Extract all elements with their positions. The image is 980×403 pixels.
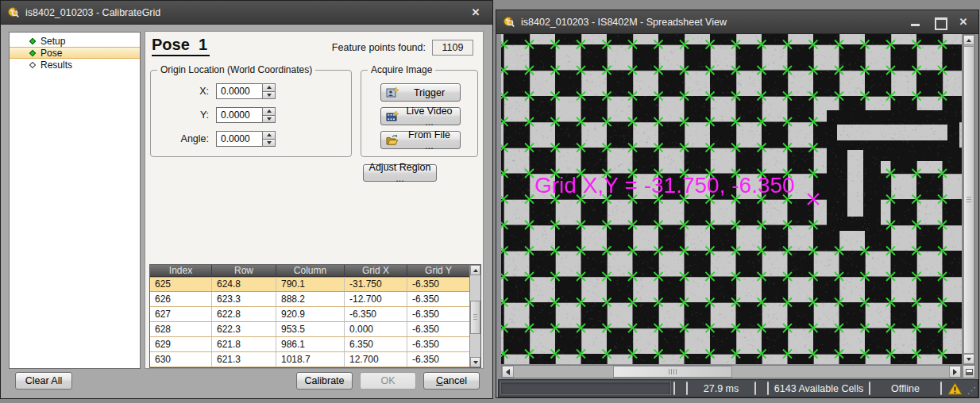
tree-item-setup[interactable]: Setup [10, 35, 140, 47]
x-spinner [262, 83, 276, 99]
status-indicator-cell [757, 380, 766, 397]
column-header-row: Row [212, 265, 276, 276]
ok-label: OK [380, 375, 395, 386]
scroll-thumb[interactable] [963, 46, 974, 354]
cell-grid-y: -6.350 [407, 337, 469, 351]
trigger-button[interactable]: Trigger [380, 83, 461, 102]
status-bar: 27.9 ms 6143 Available Cells Offline ⋰ [498, 379, 978, 397]
trigger-label: Trigger [403, 87, 455, 98]
column-header-column: Column [276, 265, 345, 276]
scroll-down-icon[interactable] [963, 354, 974, 364]
cell-column: 986.1 [276, 337, 345, 351]
cell-row: 623.3 [212, 292, 276, 306]
cancel-button[interactable]: Cancel [423, 372, 480, 390]
table-row[interactable]: 630 621.3 1018.7 12.700 -6.350 [150, 352, 469, 367]
tree-item-results[interactable]: Results [10, 59, 140, 71]
scroll-right-icon[interactable] [949, 366, 961, 378]
calibrate-button[interactable]: Calibrate [296, 372, 353, 390]
scroll-thumb[interactable] [613, 366, 732, 378]
live-video-icon [386, 110, 399, 122]
adjust-region-button[interactable]: Adjust Region ... [363, 164, 437, 182]
cell-grid-x: -12.700 [345, 292, 407, 306]
table-row[interactable]: 626 623.3 888.2 -12.700 -6.350 [150, 292, 469, 307]
cell-grid-y: -6.350 [407, 352, 469, 367]
live-video-button[interactable]: Live Video ... [380, 107, 461, 125]
cell-index: 625 [150, 277, 212, 291]
spin-up-icon[interactable] [262, 131, 276, 140]
close-icon[interactable]: ✕ [465, 6, 486, 18]
window-title: is8402_010203 - IS8402M - Spreadsheet Vi… [521, 17, 727, 28]
status-separator [686, 382, 688, 395]
status-indicator-cell [676, 380, 685, 397]
warning-indicator[interactable] [943, 380, 966, 397]
pose-panel: Pose 1 Feature points found: 1109 Origin… [145, 31, 484, 369]
table-row[interactable]: 628 622.3 953.5 0.000 -6.350 [150, 322, 469, 337]
spin-up-icon[interactable] [262, 107, 276, 116]
tree-item-pose[interactable]: Pose [10, 47, 140, 59]
fit-image-icon [966, 369, 973, 375]
scroll-corner-button[interactable] [963, 365, 975, 378]
scroll-up-icon[interactable] [470, 265, 480, 275]
maximize-icon[interactable] [934, 17, 945, 27]
camera-image[interactable] [501, 34, 962, 364]
feature-points-row: Feature points found: 1109 [332, 40, 473, 56]
scroll-thumb[interactable] [470, 301, 480, 334]
table-row[interactable]: 629 621.8 986.1 6.350 -6.350 [150, 337, 469, 352]
cell-grid-y: -6.350 [407, 292, 469, 306]
clear-all-button[interactable]: Clear All [15, 372, 72, 390]
cell-column: 1018.7 [276, 352, 345, 367]
cell-row: 621.3 [212, 352, 276, 367]
spin-up-icon[interactable] [262, 83, 276, 92]
table-scrollbar[interactable] [469, 265, 480, 367]
angle-input[interactable] [216, 131, 262, 147]
x-input[interactable] [216, 83, 262, 99]
page-title: Pose 1 [152, 36, 210, 56]
window-controls: ✕ [910, 17, 972, 27]
desktop: is8402_010203 - CalibrateGrid ✕ Setup Po… [0, 0, 980, 403]
feature-point-table: Index Row Column Grid X Grid Y 625 624.8… [149, 264, 481, 368]
spin-down-icon[interactable] [262, 140, 276, 148]
feature-points-label: Feature points found: [332, 42, 426, 53]
table-body: Index Row Column Grid X Grid Y 625 624.8… [150, 265, 469, 367]
cell-row: 622.3 [212, 322, 276, 336]
cell-column: 920.9 [276, 307, 345, 321]
spin-down-icon[interactable] [262, 92, 276, 100]
adjust-region-label: Adjust Region ... [364, 162, 436, 184]
acquire-image-group: Acquire Image Trigger [361, 70, 478, 157]
step-pending-icon [29, 61, 36, 67]
cell-grid-x: 0.000 [345, 322, 407, 336]
spreadsheet-view-titlebar[interactable]: is8402_010203 - IS8402M - Spreadsheet Vi… [496, 10, 978, 34]
calibrate-label: Calibrate [304, 375, 344, 386]
spreadsheet-view-window: is8402_010203 - IS8402M - Spreadsheet Vi… [496, 10, 979, 398]
calibrate-grid-titlebar[interactable]: is8402_010203 - CalibrateGrid ✕ [1, 1, 492, 25]
warning-icon [947, 382, 963, 395]
available-cells: 6143 Available Cells [770, 380, 868, 397]
minimize-icon[interactable] [910, 17, 921, 27]
connection-status: Offline [871, 380, 939, 397]
column-header-grid-x: Grid X [345, 265, 407, 276]
table-header-row: Index Row Column Grid X Grid Y [150, 265, 469, 277]
cell-index: 628 [150, 322, 212, 336]
scroll-down-icon[interactable] [470, 357, 480, 367]
cell-grid-x: 12.700 [345, 352, 407, 367]
from-file-button[interactable]: From File ... [380, 131, 461, 149]
status-separator [940, 382, 942, 395]
step-complete-icon [29, 37, 36, 44]
y-input[interactable] [216, 107, 262, 123]
status-separator [673, 382, 675, 395]
horizontal-scrollbar[interactable] [501, 365, 962, 378]
ok-button[interactable]: OK [360, 372, 416, 390]
tree-item-label: Setup [41, 36, 65, 47]
tree-item-label: Results [41, 59, 72, 71]
vertical-scrollbar[interactable] [963, 34, 975, 365]
spin-down-icon[interactable] [262, 116, 276, 124]
origin-group-title: Origin Location (World Coordinates) [157, 64, 315, 75]
resize-grip[interactable]: ⋰ [966, 380, 978, 397]
table-row[interactable]: 625 624.8 790.1 -31.750 -6.350 [150, 277, 469, 292]
close-icon[interactable]: ✕ [958, 17, 969, 27]
from-file-label: From File ... [403, 129, 455, 152]
cell-row: 624.8 [212, 277, 276, 291]
scroll-left-icon[interactable] [502, 366, 514, 378]
table-row[interactable]: 627 622.8 920.9 -6.350 -6.350 [150, 307, 469, 322]
scroll-up-icon[interactable] [963, 35, 974, 45]
